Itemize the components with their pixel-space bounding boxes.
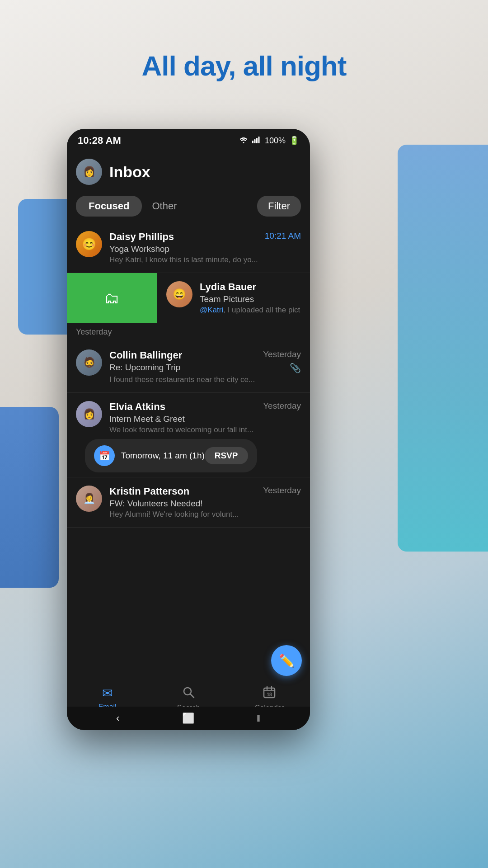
battery-text: 100%: [265, 136, 286, 146]
email-item-lydia[interactable]: 🗂 😄 Lydia Bauer Team Pictures @Katri, I …: [67, 273, 310, 323]
preview-elvia: We look forward to welcoming our fall in…: [109, 425, 301, 434]
user-avatar[interactable]: 👩: [76, 159, 102, 185]
calendar-nav-icon: 18: [263, 686, 276, 702]
preview-lydia: @Katri, I uploaded all the pict: [200, 306, 301, 315]
status-bar: 10:28 AM 100% 🔋: [67, 129, 310, 152]
app-header: 👩 Inbox: [67, 152, 310, 191]
subject-collin: Re: Upcoming Trip: [109, 363, 180, 373]
time-elvia: Yesterday: [263, 401, 301, 411]
recents-button[interactable]: ⦀: [257, 712, 261, 724]
rsvp-calendar-icon: 📅: [94, 445, 115, 466]
sender-lydia: Lydia Bauer: [200, 281, 256, 293]
rsvp-time-label: Tomorrow, 11 am (1h): [121, 451, 205, 461]
email-content-collin: Collin Ballinger Yesterday Re: Upcoming …: [109, 349, 301, 384]
inbox-title: Inbox: [109, 163, 301, 181]
preview-rest-lydia: , I uploaded all the pict: [223, 306, 300, 314]
swipe-archive-bg: 🗂: [67, 273, 157, 323]
sender-collin: Collin Ballinger: [109, 349, 182, 361]
filter-button[interactable]: Filter: [257, 196, 301, 217]
svg-text:18: 18: [267, 692, 272, 697]
rsvp-card: 📅 Tomorrow, 11 am (1h) RSVP: [85, 439, 257, 472]
time-collin: Yesterday: [263, 349, 301, 359]
email-content-kristin: Kristin Patterson Yesterday FW: Voluntee…: [109, 486, 301, 519]
svg-point-4: [184, 688, 191, 695]
system-nav-bar: ‹ ⬜ ⦀: [67, 707, 310, 730]
bg-decoration-right: [398, 145, 488, 552]
email-content-lydia: Lydia Bauer Team Pictures @Katri, I uplo…: [200, 281, 301, 315]
preview-daisy: Hey Katri, I know this is last minute, d…: [109, 255, 301, 264]
mention-lydia: @Katri: [200, 306, 223, 314]
email-content-elvia: Elvia Atkins Yesterday Intern Meet & Gre…: [109, 401, 301, 434]
email-list: 😊 Daisy Phillips 10:21 AM Yoga Workshop …: [67, 223, 310, 528]
subject-daisy: Yoga Workshop: [109, 244, 301, 254]
email-nav-icon: ✉: [102, 686, 113, 701]
tagline: All day, all night: [0, 50, 488, 82]
time-daisy: 10:21 AM: [265, 231, 301, 241]
rsvp-button[interactable]: RSVP: [205, 447, 248, 464]
svg-rect-3: [258, 137, 259, 143]
time-kristin: Yesterday: [263, 486, 301, 495]
wifi-icon: [239, 136, 249, 146]
email-item-kristin[interactable]: 👩‍💼 Kristin Patterson Yesterday FW: Volu…: [67, 477, 310, 528]
email-item-daisy[interactable]: 😊 Daisy Phillips 10:21 AM Yoga Workshop …: [67, 223, 310, 273]
back-button[interactable]: ‹: [116, 712, 119, 724]
tab-other[interactable]: Other: [142, 196, 187, 217]
avatar-collin: 🧔: [76, 349, 102, 376]
sender-daisy: Daisy Phillips: [109, 231, 174, 243]
subject-lydia: Team Pictures: [200, 294, 301, 304]
avatar-daisy: 😊: [76, 231, 102, 257]
email-item-elvia[interactable]: 👩 Elvia Atkins Yesterday Intern Meet & G…: [67, 393, 310, 477]
svg-line-5: [190, 694, 194, 698]
bg-decoration-left: [0, 407, 59, 588]
attachment-icon-collin: 📎: [290, 363, 301, 373]
battery-icon: 🔋: [289, 136, 299, 146]
email-content-daisy: Daisy Phillips 10:21 AM Yoga Workshop He…: [109, 231, 301, 264]
svg-rect-2: [256, 138, 258, 143]
avatar-kristin: 👩‍💼: [76, 486, 102, 512]
sender-kristin: Kristin Patterson: [109, 486, 189, 497]
preview-collin: I found these restaurants near the city …: [109, 375, 301, 384]
tabs-row: Focused Other Filter: [67, 191, 310, 223]
status-icons: 100% 🔋: [239, 136, 299, 146]
archive-icon: 🗂: [104, 289, 120, 307]
svg-rect-0: [252, 141, 253, 143]
home-button[interactable]: ⬜: [182, 712, 194, 724]
preview-kristin: Hey Alumni! We're looking for volunt...: [109, 510, 301, 519]
compose-fab[interactable]: ✏️: [271, 645, 302, 676]
avatar-elvia: 👩: [76, 401, 102, 427]
signal-icon: [252, 136, 261, 146]
email-item-collin[interactable]: 🧔 Collin Ballinger Yesterday Re: Upcomin…: [67, 341, 310, 393]
date-separator-yesterday: Yesterday: [67, 323, 310, 341]
compose-icon: ✏️: [279, 653, 295, 668]
tab-focused[interactable]: Focused: [76, 196, 142, 217]
svg-rect-1: [254, 139, 255, 143]
phone-frame: 10:28 AM 100% 🔋: [67, 129, 310, 730]
subject-kristin: FW: Volunteers Needed!: [109, 499, 301, 509]
search-nav-icon: [182, 686, 195, 702]
swipe-email-content: 😄 Lydia Bauer Team Pictures @Katri, I up…: [157, 273, 310, 323]
avatar-lydia: 😄: [166, 281, 192, 307]
subject-elvia: Intern Meet & Greet: [109, 414, 301, 424]
status-time: 10:28 AM: [78, 135, 121, 146]
sender-elvia: Elvia Atkins: [109, 401, 165, 413]
